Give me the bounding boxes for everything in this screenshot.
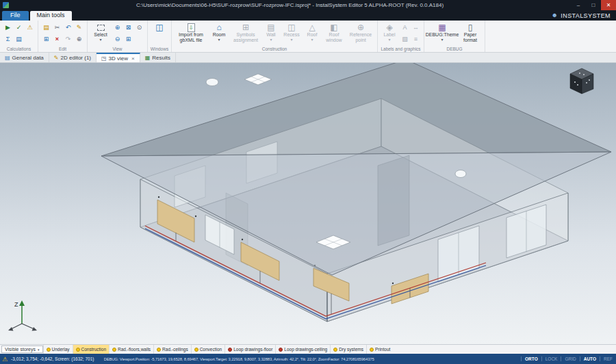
maximize-button[interactable]: □ <box>586 0 601 10</box>
windows-button[interactable]: ◫ <box>151 22 168 47</box>
toggle-underlay[interactable]: Underlay <box>43 345 73 354</box>
debug-theme-button[interactable]: ▦ DEBUG:Theme ▾ <box>427 22 457 47</box>
loop-icon <box>228 348 232 352</box>
tab-general-data[interactable]: ▤ General data <box>0 53 49 62</box>
ribbon-group-edit: ▤ ⊞ ✂ × ↶ ↷ ✎ ⊕ Edit <box>38 21 88 52</box>
dimension-icon[interactable]: ↔ <box>411 22 421 32</box>
zoom-window-icon[interactable]: ⊞ <box>123 34 133 44</box>
zoom-out-icon[interactable]: ⊖ <box>112 34 123 44</box>
toggle-loop-drawings-ceiling[interactable]: Loop drawings-ceiling <box>275 345 330 354</box>
tab-results[interactable]: ▦ Results <box>140 53 176 62</box>
toggle-printout[interactable]: Printout <box>366 345 393 354</box>
previous-view-icon[interactable]: ⊙ <box>134 22 144 32</box>
recess-label: Recess <box>283 32 299 38</box>
title-bar: C:\Users\mick\Documents\06-H5\SUF-rozpro… <box>0 0 616 10</box>
chevron-down-icon: ▾ <box>218 38 220 42</box>
warning-icon[interactable]: ⚠ <box>2 356 8 363</box>
paper-format-button[interactable]: ▯ Paper format <box>459 22 482 47</box>
text-icon[interactable]: A <box>400 22 410 32</box>
mode-orto[interactable]: ORTO <box>521 356 541 361</box>
tab-3d-view[interactable]: ◳ 3D view × <box>97 53 140 62</box>
zoom-in-icon[interactable]: ⊕ <box>112 22 123 32</box>
reference-point-button[interactable]: ⊕ Reference point <box>347 22 374 47</box>
group-label-debug: DEBUG <box>424 47 485 51</box>
group-label-labels-graphics: Labels and graphics <box>378 47 424 51</box>
bulb-icon <box>194 348 198 352</box>
toggle-label: Rad.-ceilings <box>162 347 188 352</box>
chevron-down-icon: ▾ <box>290 38 292 42</box>
ribbon-tab-row: File Main tools ☻ INSTALSYSTEM <box>0 10 616 21</box>
radiator-valve <box>392 283 394 284</box>
vent-symbol[interactable] <box>206 79 218 86</box>
note-icon[interactable]: ≡ <box>411 34 421 44</box>
zoom-extents-icon[interactable]: ⊠ <box>123 22 133 32</box>
toggle-label: Construction <box>81 347 107 352</box>
toggle-label: Convection <box>200 347 222 352</box>
copy-icon[interactable]: ⊞ <box>41 34 51 44</box>
mode-auto[interactable]: AUTO <box>580 356 600 361</box>
mode-ref[interactable]: REF <box>600 356 616 361</box>
toggle-dry-systems[interactable]: Dry systems <box>330 345 366 354</box>
visible-storeys-dropdown[interactable]: Visible storeys ▾ <box>1 346 43 353</box>
paste-icon[interactable]: ▤ <box>41 22 51 32</box>
results-check-icon[interactable]: ✓ <box>14 22 24 32</box>
wall-button[interactable]: ▤ Wall ▾ <box>262 22 280 47</box>
tab-2d-editor[interactable]: ✎ 2D editor (1) <box>49 53 97 62</box>
recess-button[interactable]: ◫ Recess ▾ <box>281 22 302 47</box>
chevron-down-icon: ▾ <box>270 38 272 42</box>
roof-window-button[interactable]: ◧ Roof window <box>322 22 346 47</box>
import-gbxml-button[interactable]: ⇩ Import from gbXML file <box>175 22 207 47</box>
account-icon[interactable]: ☻ <box>551 12 558 18</box>
brand-area: ☻ INSTALSYSTEM <box>551 10 611 21</box>
bulb-icon <box>47 348 51 352</box>
instalsystem-editor-window: C:\Users\mick\Documents\06-H5\SUF-rozpro… <box>0 0 616 364</box>
radiator-valve <box>195 216 196 217</box>
close-button[interactable]: ✕ <box>601 0 616 10</box>
image-icon[interactable]: ▧ <box>400 34 410 44</box>
cut-icon[interactable]: ✂ <box>52 22 62 32</box>
minimize-button[interactable]: – <box>571 0 586 10</box>
run-calculations-icon[interactable]: ▶ <box>3 22 13 32</box>
paper-format-icon: ▯ <box>468 23 473 32</box>
label-button-label: Label <box>383 32 395 38</box>
paper-format-label: Paper format <box>459 32 482 42</box>
format-painter-icon[interactable]: ✎ <box>74 22 84 32</box>
room-label: Room <box>213 32 226 38</box>
room-button[interactable]: ⌂ Room ▾ <box>209 22 229 47</box>
label-button[interactable]: ◈ Label ▾ <box>381 22 398 47</box>
vent-symbol[interactable] <box>455 170 466 178</box>
layer-toggle-bar: Visible storeys ▾ Underlay Construction … <box>0 344 616 354</box>
toggle-construction[interactable]: Construction <box>73 345 110 354</box>
app-icon <box>3 2 9 8</box>
undo-icon[interactable]: ↶ <box>63 22 73 32</box>
room-icon: ⌂ <box>216 23 221 32</box>
chevron-down-icon: ▾ <box>388 38 390 42</box>
symbols-assignment-button[interactable]: ⊞ Symbols assignment <box>231 22 261 47</box>
roof-button[interactable]: △ Roof ▾ <box>303 22 321 47</box>
cube-icon: ◳ <box>101 55 107 62</box>
navigation-cube[interactable] <box>570 68 593 94</box>
tab-file[interactable]: File <box>2 11 29 21</box>
general-data-icon: ▤ <box>5 55 10 61</box>
select-button[interactable]: Select ▾ <box>90 22 111 47</box>
tab-results-label: Results <box>152 55 170 61</box>
toggle-rad-floors-walls[interactable]: Rad.-floors,walls <box>109 345 153 354</box>
mode-lock[interactable]: LOCK <box>541 356 561 361</box>
close-tab-icon[interactable]: × <box>131 55 135 62</box>
diagnostics-icon[interactable]: ⚠ <box>25 22 35 32</box>
bulb-icon <box>333 348 337 352</box>
tab-main-tools[interactable]: Main tools <box>30 11 72 21</box>
mode-grid[interactable]: GRID <box>561 356 579 361</box>
redo-icon[interactable]: ↷ <box>63 34 73 44</box>
toggle-rad-ceilings[interactable]: Rad.-ceilings <box>153 345 191 354</box>
3d-viewport[interactable]: Z <box>0 63 616 344</box>
tab-3d-view-label: 3D view <box>109 55 128 62</box>
toggle-loop-drawings-floor[interactable]: Loop drawings-floor <box>224 345 275 354</box>
calculation-data-icon[interactable]: ▤ <box>14 34 24 44</box>
measure-icon[interactable]: ⊕ <box>74 34 84 44</box>
calculation-options-icon[interactable]: Σ <box>3 34 13 44</box>
ribbon-group-view: Select ▾ ⊕ ⊖ ⊠ ⊞ ⊙ View <box>88 21 148 52</box>
toggle-convection[interactable]: Convection <box>191 345 225 354</box>
delete-icon[interactable]: × <box>52 34 62 44</box>
group-label-windows: Windows <box>148 47 171 51</box>
